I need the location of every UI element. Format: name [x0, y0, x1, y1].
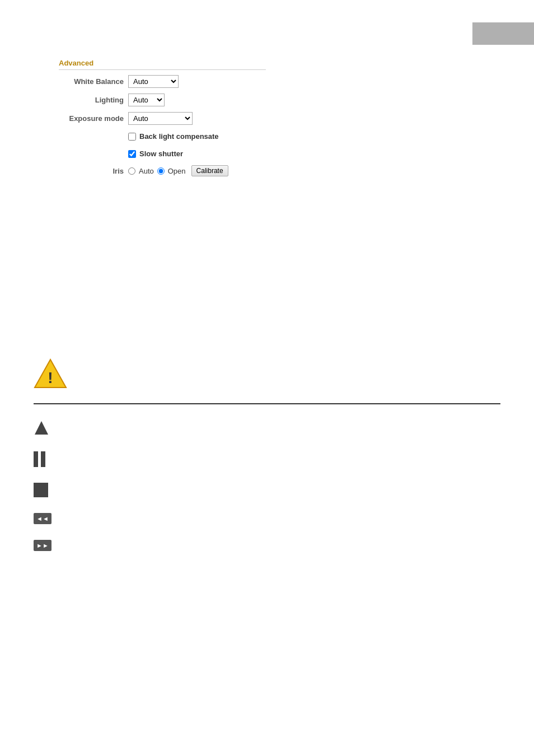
forward-item: ►► — [34, 540, 51, 551]
svg-marker-2 — [35, 421, 48, 435]
back-light-checkbox-row: Back light compensate — [128, 130, 264, 142]
iris-open-label: Open — [168, 167, 186, 175]
divider-line — [34, 403, 500, 404]
iris-row: Iris Auto Open Calibrate — [59, 162, 266, 179]
forward-text: ►► — [36, 542, 49, 549]
slow-shutter-checkbox[interactable] — [128, 150, 136, 158]
warning-section: ! — [34, 358, 67, 391]
exposure-mode-row: Exposure mode Auto Manual Shutter priori… — [59, 109, 266, 128]
lighting-label: Lighting — [59, 91, 126, 109]
rewind-item: ◄◄ — [34, 513, 51, 524]
advanced-panel: Advanced White Balance Auto Indoor Outdo… — [59, 59, 266, 179]
rewind-text: ◄◄ — [36, 515, 49, 522]
forward-icon[interactable]: ►► — [34, 540, 51, 551]
rewind-icon[interactable]: ◄◄ — [34, 513, 51, 524]
iris-auto-radio[interactable] — [128, 167, 135, 175]
iris-label: Iris — [59, 162, 126, 179]
back-light-label: Back light compensate — [139, 132, 219, 141]
advanced-title: Advanced — [59, 59, 266, 70]
top-right-block — [472, 22, 534, 45]
slow-shutter-checkbox-row: Slow shutter — [128, 148, 264, 160]
iris-radio-row: Auto Open Calibrate — [128, 165, 264, 176]
stop-item — [34, 483, 51, 497]
calibrate-button[interactable]: Calibrate — [191, 165, 228, 176]
exposure-mode-label: Exposure mode — [59, 109, 126, 128]
pause-item — [34, 451, 51, 467]
back-light-checkbox[interactable] — [128, 133, 136, 141]
back-light-row: Back light compensate — [59, 128, 266, 145]
stop-icon[interactable] — [34, 483, 48, 497]
icon-list: ◄◄ ►► — [34, 420, 51, 551]
iris-open-radio[interactable] — [157, 167, 165, 175]
white-balance-row: White Balance Auto Indoor Outdoor Manual — [59, 72, 266, 91]
lighting-select[interactable]: Auto 50Hz 60Hz — [128, 94, 165, 106]
settings-table: White Balance Auto Indoor Outdoor Manual… — [59, 72, 266, 179]
play-up-icon[interactable] — [34, 420, 49, 436]
white-balance-label: White Balance — [59, 72, 126, 91]
exposure-mode-select[interactable]: Auto Manual Shutter priority Iris priori… — [128, 112, 193, 125]
white-balance-select[interactable]: Auto Indoor Outdoor Manual — [128, 75, 179, 88]
svg-text:!: ! — [48, 369, 53, 386]
slow-shutter-label: Slow shutter — [139, 150, 183, 158]
play-up-item — [34, 420, 51, 436]
slow-shutter-row: Slow shutter — [59, 145, 266, 162]
warning-icon: ! — [34, 358, 67, 389]
pause-icon[interactable] — [34, 451, 48, 467]
iris-auto-label: Auto — [139, 167, 154, 175]
lighting-row: Lighting Auto 50Hz 60Hz — [59, 91, 266, 109]
